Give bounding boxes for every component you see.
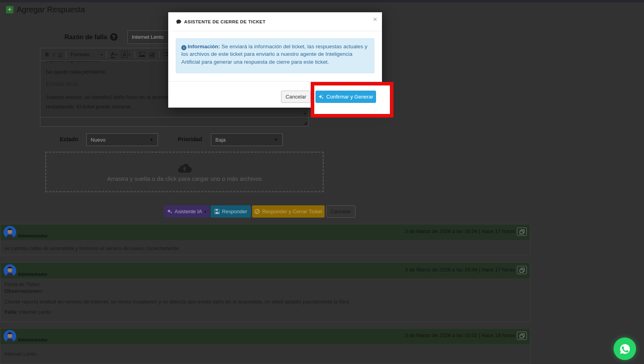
resize-grip-icon[interactable]: ◢ (304, 120, 307, 125)
reply-text: se cambia cable de acometida y funciono … (4, 245, 179, 251)
asistente-ia-button[interactable]: Asistente IA ▾ (164, 205, 209, 218)
reply-author: Administrador (18, 337, 47, 342)
estado-label: Estado (60, 136, 78, 142)
responder-cerrar-button[interactable]: Responder y Cerrar Ticket (252, 205, 325, 218)
copy-icon (520, 334, 524, 338)
fault-reason-label-text: Razón de falla (65, 34, 107, 41)
reply-header: Administrador 3 de Marzo de 2026 a las 1… (0, 224, 530, 241)
whatsapp-button[interactable] (614, 337, 636, 360)
sparkle-icon (318, 94, 324, 100)
toolbar-divider (66, 51, 66, 58)
comment-icon (176, 19, 181, 24)
bold-icon[interactable]: B (45, 51, 49, 57)
add-icon: + (6, 6, 13, 13)
asistente-ia-label: Asistente IA (175, 209, 202, 214)
whatsapp-icon (618, 342, 632, 356)
checklist-icon[interactable]: P (149, 52, 155, 57)
reply-header: Administrador 3 de Marzo de 2026 a las 1… (0, 263, 530, 279)
cancelar-button[interactable]: Cancelar (326, 205, 355, 218)
chevron-down-icon: ▾ (101, 53, 103, 57)
page-header: + Agregar Respuesta (6, 5, 85, 14)
editor-line: Soporte exitoso: se identificó daño físi… (46, 94, 181, 100)
reply-item: Administrador 3 de Marzo de 2026 a las 1… (0, 224, 530, 255)
reply-item: Administrador 3 de Marzo de 2026 a las 1… (0, 262, 530, 322)
confirm-generate-label: Confirmar y Generar (326, 94, 373, 100)
chevron-down-icon: ▾ (129, 53, 131, 57)
copy-button[interactable] (517, 266, 527, 274)
italic-icon[interactable]: I (53, 51, 54, 58)
close-icon[interactable]: × (373, 15, 377, 23)
toolbar-divider (159, 51, 160, 58)
modal-cancel-button[interactable]: Cancelar (281, 91, 311, 103)
reply-text: Falla: Internet Lento (4, 309, 51, 315)
reply-timestamp: 3 de Marzo de 2026 a las 16:04 | Hace 17… (405, 267, 515, 273)
chevron-down-icon: ▼ (149, 137, 154, 142)
avatar (3, 226, 17, 239)
underline-icon[interactable]: U (59, 51, 62, 57)
ban-circle-icon (255, 209, 260, 214)
editor-bottom-bar: ◢ (40, 117, 309, 127)
confirm-generate-button[interactable]: Confirmar y Generar (315, 91, 376, 103)
cloud-upload-icon (177, 162, 192, 173)
copy-button[interactable] (517, 332, 527, 340)
insert-image-icon[interactable] (139, 52, 145, 57)
page-title: Agregar Respuesta (17, 5, 85, 14)
editor-heading: Estado final: (46, 80, 79, 87)
fault-reason-label: Razón de falla ? (65, 33, 118, 41)
copy-icon (520, 268, 524, 273)
prioridad-label: Prioridad (178, 136, 202, 142)
reply-text: Firma de Ticket (4, 281, 40, 287)
reply-timestamp: 3 de Marzo de 2026 a las 16:04 | Hace 17… (405, 228, 515, 234)
modal-header: ASISTENTE DE CIERRE DE TICKET × (168, 12, 382, 31)
bg-color-button[interactable]: A ▾ (121, 51, 131, 58)
reply-text: Internet Lento (4, 351, 36, 357)
copy-button[interactable] (517, 228, 527, 236)
prioridad-select-value: Baja (215, 137, 226, 143)
text-color-button[interactable]: A ▾ (111, 51, 117, 58)
scrollbar-down-arrow-icon[interactable]: ▼ (303, 112, 307, 116)
prioridad-select[interactable]: Baja ▼ (211, 133, 283, 146)
format-dropdown-label: Formato (70, 51, 89, 57)
estado-select[interactable]: Nuevo ▼ (86, 133, 158, 146)
modal-footer-divider (168, 81, 382, 82)
bg-color-icon: A (121, 51, 128, 58)
help-icon[interactable]: ? (110, 33, 118, 41)
reply-text: Observaciones: (4, 288, 43, 294)
responder-button[interactable]: Responder (211, 205, 251, 218)
reply-author: Administrador (18, 233, 47, 238)
reply-header: Administrador 3 de Marzo de 2026 a las 1… (0, 328, 530, 345)
info-label: Información: (188, 44, 220, 49)
reply-item: Administrador 3 de Marzo de 2026 a las 1… (0, 328, 530, 364)
file-dropzone[interactable]: Arrastra y suelta o da click para cargar… (45, 152, 324, 192)
page: + Agregar Respuesta Razón de falla ? Int… (0, 0, 644, 364)
avatar (3, 330, 17, 343)
editor-clipped-line: ¿Quedó algo pendiente? (46, 61, 103, 64)
chevron-down-icon: ▾ (115, 53, 117, 57)
estado-select-value: Nuevo (91, 137, 106, 143)
top-navbar-strip (0, 0, 644, 2)
info-alert: iInformación: Se enviará la información … (176, 38, 374, 73)
svg-text:1: 1 (163, 52, 165, 54)
svg-text:P: P (153, 55, 155, 57)
sparkle-icon (167, 209, 172, 214)
format-dropdown[interactable]: Formato ▾ (70, 51, 103, 57)
chevron-down-icon: ▾ (204, 210, 206, 214)
reply-author: Administrador (18, 272, 47, 277)
save-icon (215, 209, 220, 214)
responder-cerrar-label: Responder y Cerrar Ticket (262, 209, 322, 214)
info-icon: i (181, 45, 186, 50)
editor-line: restablecido. El ticket puede cerrarse. (46, 104, 132, 110)
reply-text: Cliente reporta lentitud en servicio de … (4, 299, 350, 305)
svg-text:2: 2 (163, 55, 165, 57)
avatar (3, 264, 17, 277)
toolbar-divider (135, 51, 135, 58)
chevron-down-icon: ▼ (274, 137, 278, 142)
responder-label: Responder (222, 209, 247, 214)
text-color-icon: A (111, 51, 114, 58)
toolbar-divider (106, 51, 107, 58)
modal-title: ASISTENTE DE CIERRE DE TICKET (184, 19, 266, 24)
editor-line: No quedó nada pendiente. (46, 69, 106, 75)
reply-timestamp: 3 de Marzo de 2026 a las 15:02 | Hace 18… (405, 332, 515, 338)
dropzone-text: Arrastra y suelta o da click para cargar… (107, 175, 262, 182)
copy-icon (520, 229, 524, 234)
